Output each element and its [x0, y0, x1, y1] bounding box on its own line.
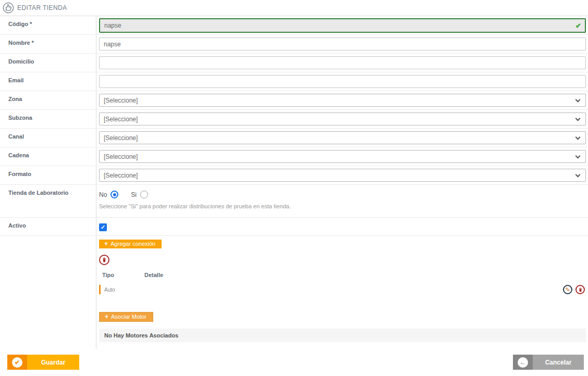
zona-select[interactable]: [Seleccione] [99, 94, 586, 107]
add-connection-label: Agregar conexión [111, 241, 155, 247]
save-icon-segment: ✔ [7, 355, 27, 370]
check-circle-icon: ✔ [12, 357, 22, 368]
cadena-select-value: [Seleccione] [104, 153, 138, 160]
form-row-email: Email [0, 72, 588, 91]
radio-si-label: Si [131, 191, 137, 198]
form-row-nombre: Nombre * [0, 35, 588, 54]
save-button-label: Guardar [27, 359, 79, 366]
formato-select[interactable]: [Seleccione] [99, 169, 586, 182]
edit-connection-icon[interactable]: ✎ [563, 285, 572, 294]
connection-tipo-value: Auto [104, 287, 563, 293]
row-accent-bar [99, 285, 101, 294]
page-header: EDITAR TIENDA [0, 0, 588, 16]
canal-select-value: [Seleccione] [104, 134, 138, 142]
footer-actions: ✔ Guardar ← Cancelar [0, 355, 588, 370]
formato-label: Formato [0, 166, 96, 184]
chevron-down-icon [575, 97, 581, 103]
connections-table-header: Tipo Detalle [99, 272, 586, 278]
delete-all-connections-icon[interactable] [99, 255, 109, 265]
formato-select-value: [Seleccione] [104, 172, 138, 179]
connections-label-spacer [0, 236, 96, 349]
form-row-canal: Canal [Seleccione] [0, 129, 588, 147]
cancel-button[interactable]: ← Cancelar [513, 355, 584, 370]
form-row-subzona: Subzona [Seleccione] [0, 110, 588, 129]
radio-no-label: No [99, 191, 107, 198]
form-row-cadena: Cadena [Seleccione] [0, 147, 588, 166]
chevron-down-icon [575, 172, 581, 178]
chevron-down-icon [575, 154, 581, 159]
laboratorio-label: Tienda de Laboratorio [0, 185, 96, 217]
cadena-select[interactable]: [Seleccione] [99, 150, 586, 163]
subzona-label: Subzona [0, 110, 96, 128]
canal-select[interactable]: [Seleccione] [99, 131, 586, 144]
zona-select-value: [Seleccione] [104, 97, 138, 104]
zona-label: Zona [0, 91, 96, 109]
nombre-label: Nombre * [0, 35, 96, 53]
form-row-formato: Formato [Seleccione] [0, 166, 588, 185]
codigo-input[interactable] [99, 18, 586, 33]
delete-connection-icon[interactable] [575, 285, 585, 294]
subzona-select-value: [Seleccione] [104, 116, 138, 123]
associate-motor-label: Asociar Motor [111, 314, 146, 320]
form-row-laboratorio: Tienda de Laboratorio No Si Seleccione "… [0, 185, 588, 218]
thumbs-up-icon [3, 2, 14, 14]
codigo-label: Código * [0, 16, 96, 34]
radio-si[interactable] [140, 191, 148, 198]
connection-row: Auto ✎ [99, 284, 586, 295]
form-row-zona: Zona [Seleccione] [0, 91, 588, 110]
activo-checkbox[interactable]: ✓ [99, 223, 107, 231]
activo-label: Activo [0, 218, 96, 235]
radio-no[interactable] [111, 191, 118, 198]
form-row-activo: Activo ✓ [0, 218, 588, 236]
plus-icon: + [105, 313, 108, 320]
domicilio-label: Domicilio [0, 54, 96, 72]
chevron-down-icon [575, 116, 581, 121]
detalle-column-header: Detalle [144, 272, 163, 278]
laboratorio-help-text: Seleccione "Si" para poder realizar dist… [99, 203, 586, 209]
email-input[interactable] [99, 75, 586, 88]
cancel-button-label: Cancelar [533, 359, 584, 366]
cadena-label: Cadena [0, 147, 96, 166]
plus-icon: + [104, 240, 108, 247]
no-motors-message: No Hay Motores Asociados [99, 329, 586, 342]
chevron-down-icon [575, 135, 581, 140]
tipo-column-header: Tipo [102, 272, 144, 278]
save-button[interactable]: ✔ Guardar [7, 355, 79, 370]
nombre-input[interactable] [99, 37, 586, 51]
arrow-left-circle-icon: ← [518, 357, 528, 368]
subzona-select[interactable]: [Seleccione] [99, 112, 586, 126]
domicilio-input[interactable] [99, 56, 586, 69]
email-label: Email [0, 72, 96, 91]
connections-section: + Agregar conexión Tipo Detalle Aut [0, 236, 588, 349]
cancel-icon-segment: ← [513, 355, 533, 370]
page-title: EDITAR TIENDA [17, 4, 67, 11]
form-row-domicilio: Domicilio [0, 54, 588, 72]
associate-motor-button[interactable]: + Asociar Motor [99, 312, 153, 322]
add-connection-button[interactable]: + Agregar conexión [99, 240, 162, 248]
canal-label: Canal [0, 129, 96, 147]
form-row-codigo: Código * ✔ [0, 16, 588, 35]
edit-store-form: Código * ✔ Nombre * Domicilio Email Zona… [0, 16, 588, 349]
pencil-glyph: ✎ [565, 286, 570, 293]
